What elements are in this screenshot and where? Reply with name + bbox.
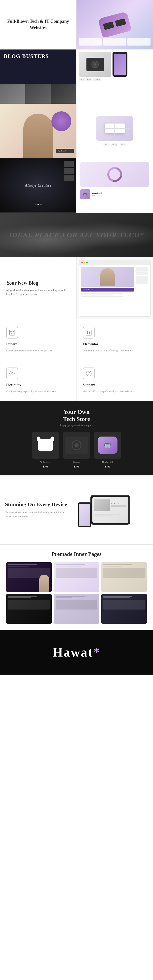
premade-line-1 [8, 564, 37, 565]
overlay-card-text: Try Hawat* [58, 150, 66, 152]
creative-title: Always Creative [25, 183, 51, 188]
tablet-line-1 [111, 505, 126, 506]
drone-tags: New Flying Tech [103, 143, 126, 146]
store-subtitle: Shop page layouts & Woo support [8, 424, 145, 426]
store-product-vr: 🥽 Headset VR $100 [94, 431, 121, 468]
camera-lens [92, 60, 99, 68]
gallery-left-panel: Try Hawat* [0, 104, 76, 158]
premade-title: Premade Inner Pages [6, 551, 147, 557]
blog-img-1 [0, 84, 25, 104]
premade-line-12 [103, 597, 130, 598]
banner-text-content: Ideal Place For All Your Tech [9, 231, 140, 239]
premade-section: Premade Inner Pages [0, 545, 153, 630]
person-silhouette [23, 114, 53, 158]
blog-images-row [0, 84, 76, 104]
store-header: Your Own Tech Store Shop page layouts & … [8, 408, 145, 426]
premade-item-5 [54, 594, 99, 624]
browser-main-area: New Solutions [81, 267, 134, 314]
premade-item-4 [6, 594, 52, 624]
premade-grid [6, 562, 147, 624]
camera-product-img [79, 52, 111, 77]
tech-product-list: 🎮 GamePad X $89 [80, 189, 149, 199]
elementor-title: Elementor [83, 342, 98, 346]
drone-tag-1: New [103, 143, 110, 146]
sidebar-mock-4 [136, 280, 148, 284]
t-line-2 [94, 515, 113, 517]
headset-visual: 🥽 [98, 436, 118, 454]
flexibility-icon-box [6, 368, 18, 379]
browser-mockup: New Solutions [79, 260, 150, 317]
premade-line-9 [56, 596, 85, 597]
tablet-text-block: Our Team Work [111, 499, 126, 511]
flexibility-title: Flexibility [6, 383, 21, 387]
blog-feature-left: Your New Blog All you'll need to share y… [0, 258, 76, 319]
footer-brand-section: Hawat* [0, 630, 153, 675]
brand-star: * [93, 645, 100, 659]
support-icon-box [83, 368, 95, 379]
camera-body [87, 58, 104, 71]
earbuds-image [32, 431, 59, 459]
vr-label: Headset VR [102, 461, 113, 463]
premade-line-7 [8, 596, 37, 597]
blog-feature-desc: All you'll need to share your tech stori… [6, 288, 70, 296]
mini-card-2 [103, 38, 126, 46]
sidebar-mock-3 [136, 276, 148, 280]
product-3d-display [80, 162, 149, 187]
earbuds-visual [35, 435, 55, 455]
blog-feature-title: Your New Blog [6, 280, 70, 286]
browser-hero-image [81, 267, 134, 287]
drone-arm [100, 128, 130, 129]
dot-2 [37, 204, 39, 205]
tablet-content-row: Our Team Work [94, 499, 126, 511]
blog-img-2 [25, 84, 51, 104]
tablet-text-lines [94, 514, 126, 517]
tablet-mockup: Our Team Work [90, 495, 130, 525]
import-desc: Get the entire demo content with a singl… [6, 349, 53, 352]
vr-icon: 🥽 [104, 442, 111, 449]
blog-left-panel: BLOG BUSTERS [0, 49, 76, 104]
sidebar-mock-2 [136, 272, 148, 275]
earbud-case [38, 439, 53, 452]
hero-title: Full-Blown Tech & IT Company Websites [5, 18, 71, 31]
mini-img-2 [64, 168, 74, 174]
phone-product-img [113, 52, 127, 77]
tag-3: Review [93, 78, 101, 81]
drone-body [105, 124, 125, 134]
banner-section: Ideal Place For All Your Tech* [0, 213, 153, 258]
mini-img-1 [64, 161, 74, 167]
creative-left-panel: Always Creative [0, 158, 76, 213]
blog-title: BLOG BUSTERS [4, 53, 49, 59]
premade-item-6 [101, 594, 147, 624]
store-section: Your Own Tech Store Shop page layouts & … [0, 401, 153, 476]
features-section: Import Get the entire demo content with … [0, 319, 153, 401]
import-icon [9, 329, 16, 336]
tablet-line-2 [111, 506, 126, 507]
blog-img-3 [51, 84, 76, 104]
creative-text-overlay: Always Creative [25, 183, 51, 188]
device-section: Stunning On Every Device Your new site i… [0, 476, 153, 545]
device-desc: Your new site is sure to look and feel r… [5, 511, 68, 519]
overlay-info-card: Try Hawat* [56, 149, 74, 153]
support-desc: Visit our official Help Center if you ne… [83, 390, 134, 393]
premade-line-6 [103, 566, 122, 566]
import-icon-box [6, 327, 18, 339]
tag-1: Tech [79, 78, 85, 81]
premade-line-4 [56, 566, 81, 566]
premade-block-6 [103, 600, 145, 609]
store-product-earbuds: AirTweakers $100 [32, 431, 59, 468]
vr-headset-visual [98, 11, 132, 38]
tablet-team-text: Our Team Work [111, 503, 126, 504]
drone-tag-3: Tech [120, 143, 126, 146]
browser-dot-yellow [84, 262, 85, 263]
svg-point-8 [11, 373, 13, 374]
mini-card-3 [127, 38, 150, 46]
feature-flexibility: Flexibility Configure every aspect of yo… [0, 360, 76, 401]
cam-lens-big [71, 440, 82, 450]
premade-person-1 [39, 574, 49, 592]
product-icon-1: 🎮 [80, 189, 90, 199]
premade-block-4 [8, 600, 50, 609]
browser-bar [79, 260, 150, 265]
t-line-1 [94, 514, 120, 515]
phone-mockup-small [78, 503, 92, 527]
product-price-1: $89 [92, 194, 103, 197]
